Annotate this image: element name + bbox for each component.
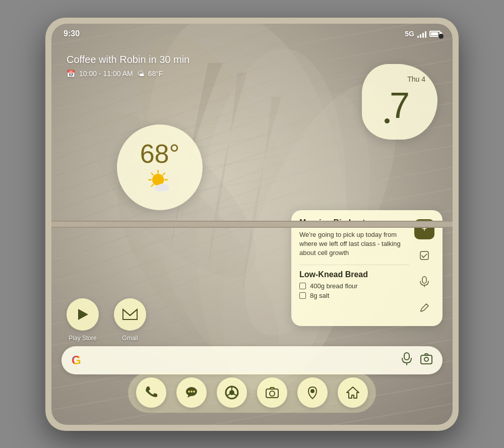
camera-sensor xyxy=(438,34,444,39)
phone-hinge xyxy=(51,221,453,228)
network-type: 5G xyxy=(405,30,414,38)
svg-point-29 xyxy=(188,391,190,393)
svg-line-36 xyxy=(227,394,230,395)
svg-point-39 xyxy=(310,389,314,393)
svg-line-15 xyxy=(151,184,153,186)
play-store-container: Play Store xyxy=(67,298,99,342)
chrome-icon xyxy=(225,386,239,400)
mic-icon xyxy=(420,276,429,287)
checkbox-1[interactable] xyxy=(299,283,306,289)
svg-line-35 xyxy=(233,394,236,395)
note-check-button[interactable] xyxy=(414,245,434,266)
phone-icon xyxy=(144,386,158,400)
note-2-checklist: 400g bread flour 8g salt xyxy=(299,282,409,299)
weather-temperature: 68° xyxy=(140,141,180,167)
clock-hour: 7 xyxy=(390,87,410,123)
note-item-2[interactable]: Low-Knead Bread 400g bread flour 8g salt xyxy=(299,270,409,299)
play-triangle-icon xyxy=(75,307,90,322)
checkmark-icon xyxy=(419,250,429,261)
notes-actions: + xyxy=(414,218,434,318)
event-time-row: 📅 10:00 - 11:00 AM 🌤 68°F xyxy=(67,70,190,78)
event-time-text: 10:00 - 11:00 AM xyxy=(79,70,133,78)
gmail-label: Gmail xyxy=(122,335,138,342)
note-mic-button[interactable] xyxy=(414,272,434,292)
svg-point-38 xyxy=(270,391,275,396)
svg-point-26 xyxy=(424,357,428,361)
dock-chrome[interactable] xyxy=(217,377,247,408)
check-item-1-label: 400g bread flour xyxy=(310,282,358,290)
camera-search-icon xyxy=(420,353,432,364)
signal-bar-2 xyxy=(420,34,421,38)
pencil-icon xyxy=(420,303,429,312)
weather-condition-icon xyxy=(147,169,172,194)
weather-icon-area xyxy=(147,169,172,194)
check-item-2-label: 8g salt xyxy=(310,292,329,299)
status-icons: 5G xyxy=(405,30,440,38)
lens-search-icon[interactable] xyxy=(420,353,432,367)
weather-inline-icon: 🌤 xyxy=(137,70,144,78)
svg-point-31 xyxy=(193,391,195,393)
search-action-icons xyxy=(401,352,432,368)
weather-widget[interactable]: 68° xyxy=(117,124,203,210)
notes-content: Morning Bio Lecture We're going to pick … xyxy=(299,218,409,318)
screen-content: 9:30 5G Coffee wit xyxy=(51,24,453,425)
weather-inline-temp: 68°F xyxy=(148,70,163,78)
checkbox-2[interactable] xyxy=(299,292,306,299)
gmail-container: Gmail xyxy=(114,298,146,342)
app-icons-row: Play Store Gmail xyxy=(67,298,146,342)
note-edit-button[interactable] xyxy=(414,298,434,318)
signal-icon xyxy=(417,30,426,38)
gmail-icon[interactable] xyxy=(114,298,146,331)
camera-dock-icon xyxy=(265,386,279,400)
google-logo: G xyxy=(72,353,81,367)
signal-bar-4 xyxy=(425,31,426,38)
note-2-title: Low-Knead Bread xyxy=(299,270,409,279)
svg-line-14 xyxy=(163,173,165,175)
play-store-label: Play Store xyxy=(69,335,96,342)
phone-screen: 9:30 5G Coffee wit xyxy=(51,24,453,425)
check-item-1: 400g bread flour xyxy=(299,282,409,290)
svg-point-17 xyxy=(155,184,163,191)
status-bar: 9:30 5G xyxy=(51,24,453,44)
home-icon xyxy=(346,386,360,400)
voice-search-icon[interactable] xyxy=(401,352,412,368)
svg-rect-23 xyxy=(404,353,409,360)
app-dock xyxy=(128,372,376,413)
maps-icon xyxy=(305,386,320,400)
messages-icon xyxy=(184,386,199,400)
svg-point-30 xyxy=(191,391,193,393)
calendar-icon: 📅 xyxy=(67,70,75,78)
status-time: 9:30 xyxy=(64,29,80,38)
clock-widget[interactable]: Thu 4 7 xyxy=(362,64,437,140)
dock-maps[interactable] xyxy=(297,377,328,408)
svg-line-12 xyxy=(151,173,153,175)
svg-point-18 xyxy=(162,185,169,191)
svg-rect-20 xyxy=(422,277,426,283)
signal-bar-1 xyxy=(417,36,419,38)
note-1-text: We're going to pick up today from where … xyxy=(299,230,409,258)
svg-marker-22 xyxy=(78,309,88,320)
clock-date: Thu 4 xyxy=(407,75,425,83)
dock-home[interactable] xyxy=(338,377,368,408)
svg-rect-25 xyxy=(421,355,432,364)
search-bar[interactable]: G xyxy=(61,346,443,374)
play-store-icon[interactable] xyxy=(67,298,99,331)
battery-fill xyxy=(431,32,438,35)
gmail-m-icon xyxy=(122,308,138,321)
dock-messages[interactable] xyxy=(176,377,207,408)
event-title: Coffee with Robin in 30 min xyxy=(67,54,190,66)
event-widget[interactable]: Coffee with Robin in 30 min 📅 10:00 - 11… xyxy=(67,54,190,78)
note-divider xyxy=(299,265,409,265)
signal-bar-3 xyxy=(422,33,424,38)
phone-device: 9:30 5G Coffee wit xyxy=(45,18,459,431)
mic-search-icon xyxy=(401,352,412,365)
dock-camera[interactable] xyxy=(257,377,287,408)
clock-indicator xyxy=(385,118,390,123)
svg-marker-40 xyxy=(347,387,359,398)
dock-phone[interactable] xyxy=(136,377,166,408)
check-item-2: 8g salt xyxy=(299,292,409,299)
